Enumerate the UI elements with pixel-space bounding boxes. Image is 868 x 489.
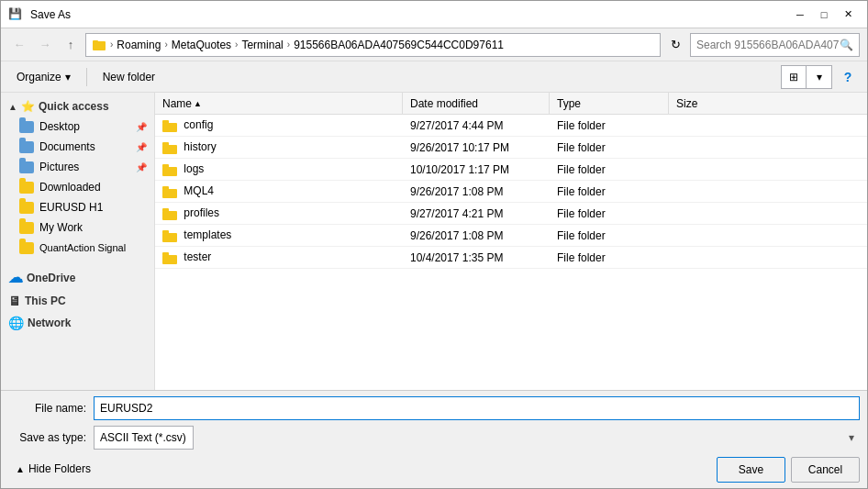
sidebar-section-label-onedrive: OneDrive <box>27 272 75 284</box>
sidebar-item-label-mywork: My Work <box>39 221 83 234</box>
sidebar-item-mywork[interactable]: My Work <box>1 217 154 238</box>
view-controls: ⊞ ▾ ? <box>781 65 860 89</box>
breadcrumb[interactable]: › Roaming › MetaQuotes › Terminal › 9155… <box>85 33 661 57</box>
sidebar-item-pictures[interactable]: Pictures 📌 <box>1 157 154 177</box>
col-header-name[interactable]: Name ▲ <box>155 93 403 114</box>
sidebar-item-quantaction[interactable]: QuantAction Signal <box>1 238 154 258</box>
savetype-select[interactable]: ASCII Text (*.csv) <box>94 426 194 450</box>
eurusd-folder-icon <box>19 200 34 215</box>
savetype-label: Save as type: <box>8 431 86 444</box>
back-button[interactable]: ← <box>8 34 30 56</box>
table-row[interactable]: templates 9/26/2017 1:08 PM File folder <box>155 225 867 247</box>
sidebar-section-thispc[interactable]: 🖥 This PC <box>1 290 154 312</box>
breadcrumb-folder-icon <box>92 38 106 52</box>
bottom-bar: File name: Save as type: ASCII Text (*.c… <box>1 390 867 488</box>
sidebar-item-label-downloaded: Downloaded <box>39 181 101 194</box>
forward-button[interactable]: → <box>34 34 56 56</box>
filename-row: File name: <box>8 396 860 420</box>
savetype-row: Save as type: ASCII Text (*.csv) <box>8 426 860 450</box>
file-type-profiles: File folder <box>550 207 669 220</box>
onedrive-icon: ☁ <box>8 269 23 286</box>
documents-folder-icon <box>19 139 34 154</box>
sidebar-section-onedrive[interactable]: ☁ OneDrive <box>1 265 154 290</box>
col-header-type[interactable]: Type <box>550 93 669 114</box>
breadcrumb-roaming[interactable]: Roaming <box>117 39 161 51</box>
file-type-tester: File folder <box>550 251 669 264</box>
file-date-config: 9/27/2017 4:44 PM <box>403 119 550 132</box>
file-date-history: 9/26/2017 10:17 PM <box>403 141 550 154</box>
file-type-templates: File folder <box>550 229 669 242</box>
file-type-logs: File folder <box>550 163 669 176</box>
network-icon: 🌐 <box>8 316 24 330</box>
svg-rect-14 <box>162 255 177 264</box>
up-button[interactable]: ↑ <box>60 34 82 56</box>
quick-access-icon: ⭐ <box>21 100 35 113</box>
search-icon: 🔍 <box>840 39 853 51</box>
sidebar-section-quick-access[interactable]: ▲ ⭐ Quick access <box>1 96 154 117</box>
table-row[interactable]: tester 10/4/2017 1:35 PM File folder <box>155 247 867 269</box>
cancel-button[interactable]: Cancel <box>791 457 860 483</box>
view-toggle-button[interactable]: ⊞ <box>781 65 807 89</box>
search-box[interactable]: 🔍 <box>690 33 860 57</box>
sidebar-section-label-quick-access: Quick access <box>39 100 109 113</box>
refresh-button[interactable]: ↻ <box>664 33 686 57</box>
search-input[interactable] <box>696 39 840 51</box>
svg-rect-10 <box>162 211 177 220</box>
minimize-button[interactable]: ─ <box>788 6 812 24</box>
hide-folders-button[interactable]: ▲ Hide Folders <box>8 459 98 479</box>
bottom-actions-row: ▲ Hide Folders Save Cancel <box>8 455 860 483</box>
help-button[interactable]: ? <box>836 65 860 89</box>
downloaded-folder-icon <box>19 180 34 194</box>
sidebar-section-label-network: Network <box>28 317 71 329</box>
sidebar: ▲ ⭐ Quick access Desktop 📌 Documents 📌 <box>1 93 155 390</box>
svg-rect-7 <box>162 164 169 168</box>
maximize-button[interactable]: □ <box>812 6 836 24</box>
col-header-date[interactable]: Date modified <box>403 93 550 114</box>
file-date-logs: 10/10/2017 1:17 PM <box>403 163 550 176</box>
sidebar-section-network[interactable]: 🌐 Network <box>1 312 154 334</box>
sort-arrow-icon: ▲ <box>194 99 202 108</box>
bottom-buttons: Save Cancel <box>717 455 860 483</box>
file-name-templates: templates <box>155 228 403 241</box>
sidebar-item-label-quantaction: QuantAction Signal <box>39 242 126 253</box>
new-folder-label: New folder <box>103 71 155 83</box>
breadcrumb-terminal[interactable]: Terminal <box>241 39 283 51</box>
table-row[interactable]: profiles 9/27/2017 4:21 PM File folder <box>155 203 867 225</box>
sidebar-item-documents[interactable]: Documents 📌 <box>1 137 154 157</box>
filename-input[interactable] <box>94 396 860 420</box>
file-name-config: config <box>155 118 403 131</box>
table-row[interactable]: history 9/26/2017 10:17 PM File folder <box>155 137 867 159</box>
file-date-tester: 10/4/2017 1:35 PM <box>403 251 550 264</box>
organize-label: Organize <box>17 71 61 83</box>
save-as-dialog: 💾 Save As ─ □ ✕ ← → ↑ › Roaming › MetaQu… <box>0 0 868 489</box>
new-folder-button[interactable]: New folder <box>95 67 163 87</box>
hide-folders-chevron-icon: ▲ <box>16 464 25 474</box>
table-row[interactable]: logs 10/10/2017 1:17 PM File folder <box>155 159 867 181</box>
quick-access-chevron-icon: ▲ <box>8 102 17 112</box>
col-header-size[interactable]: Size <box>669 93 742 114</box>
breadcrumb-hash[interactable]: 915566BA06ADA407569C544CC0D97611 <box>294 39 504 51</box>
table-row[interactable]: MQL4 9/26/2017 1:08 PM File folder <box>155 181 867 203</box>
file-list: Name ▲ Date modified Type Size config <box>155 93 867 390</box>
title-bar-controls: ─ □ ✕ <box>788 6 860 24</box>
sidebar-item-label-documents: Documents <box>39 140 95 153</box>
organize-button[interactable]: Organize ▾ <box>8 67 79 87</box>
sidebar-item-eurusd[interactable]: EURUSD H1 <box>1 197 154 217</box>
file-name-tester: tester <box>155 250 403 263</box>
svg-rect-6 <box>162 167 177 176</box>
svg-rect-5 <box>162 142 169 146</box>
desktop-folder-icon <box>19 119 34 134</box>
sidebar-item-downloaded[interactable]: Downloaded <box>1 177 154 197</box>
view-dropdown-button[interactable]: ▾ <box>807 65 832 89</box>
sidebar-item-desktop[interactable]: Desktop 📌 <box>1 117 154 137</box>
save-button[interactable]: Save <box>717 457 785 483</box>
svg-rect-11 <box>162 208 169 212</box>
close-button[interactable]: ✕ <box>836 6 860 24</box>
savetype-select-wrapper: ASCII Text (*.csv) <box>94 426 860 450</box>
table-row[interactable]: config 9/27/2017 4:44 PM File folder <box>155 115 867 137</box>
pin-icon-pictures: 📌 <box>136 162 147 172</box>
file-list-header: Name ▲ Date modified Type Size <box>155 93 867 115</box>
filename-label: File name: <box>8 402 86 415</box>
breadcrumb-metaquotes[interactable]: MetaQuotes <box>172 39 231 51</box>
mywork-folder-icon <box>19 220 34 235</box>
